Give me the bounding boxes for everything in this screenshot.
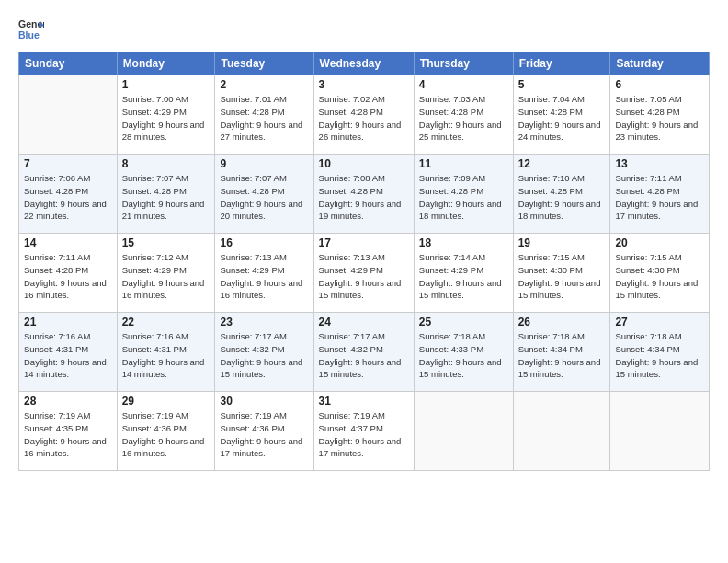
weekday-header-sunday: Sunday <box>19 52 118 75</box>
day-number: 25 <box>419 316 508 328</box>
day-info: Sunrise: 7:03 AMSunset: 4:28 PMDaylight:… <box>419 93 508 144</box>
day-number: 15 <box>122 236 210 249</box>
day-info: Sunrise: 7:16 AMSunset: 4:31 PMDaylight:… <box>122 330 210 381</box>
day-number: 29 <box>122 395 210 408</box>
calendar-cell <box>610 392 710 471</box>
day-number: 5 <box>518 78 606 91</box>
calendar-cell: 5Sunrise: 7:04 AMSunset: 4:28 PMDaylight… <box>513 75 610 155</box>
day-number: 8 <box>122 157 210 170</box>
day-info: Sunrise: 7:14 AMSunset: 4:29 PMDaylight:… <box>419 251 508 302</box>
calendar-page: General Blue SundayMondayTuesdayWednesda… <box>0 0 728 563</box>
weekday-header-wednesday: Wednesday <box>313 52 414 75</box>
calendar-cell: 28Sunrise: 7:19 AMSunset: 4:35 PMDayligh… <box>19 392 118 471</box>
day-number: 11 <box>419 157 508 170</box>
day-number: 9 <box>220 157 308 170</box>
calendar-cell: 1Sunrise: 7:00 AMSunset: 4:29 PMDaylight… <box>117 75 215 155</box>
day-number: 24 <box>319 316 409 328</box>
logo-icon: General Blue <box>18 17 44 42</box>
day-info: Sunrise: 7:18 AMSunset: 4:33 PMDaylight:… <box>419 330 508 381</box>
calendar-cell: 12Sunrise: 7:10 AMSunset: 4:28 PMDayligh… <box>513 155 610 234</box>
weekday-header-monday: Monday <box>117 52 215 75</box>
day-info: Sunrise: 7:12 AMSunset: 4:29 PMDaylight:… <box>122 251 210 302</box>
day-number: 13 <box>615 157 704 170</box>
day-info: Sunrise: 7:02 AMSunset: 4:28 PMDaylight:… <box>319 93 409 144</box>
day-info: Sunrise: 7:10 AMSunset: 4:28 PMDaylight:… <box>518 172 606 223</box>
day-number: 2 <box>220 78 308 91</box>
calendar-cell: 10Sunrise: 7:08 AMSunset: 4:28 PMDayligh… <box>313 155 414 234</box>
calendar-cell: 8Sunrise: 7:07 AMSunset: 4:28 PMDaylight… <box>117 155 215 234</box>
calendar-cell: 17Sunrise: 7:13 AMSunset: 4:29 PMDayligh… <box>313 234 414 313</box>
day-info: Sunrise: 7:06 AMSunset: 4:28 PMDaylight:… <box>24 172 112 223</box>
day-info: Sunrise: 7:19 AMSunset: 4:36 PMDaylight:… <box>220 409 308 460</box>
svg-text:Blue: Blue <box>18 29 40 40</box>
day-number: 20 <box>615 236 704 249</box>
calendar-cell: 23Sunrise: 7:17 AMSunset: 4:32 PMDayligh… <box>215 313 313 392</box>
calendar-cell: 18Sunrise: 7:14 AMSunset: 4:29 PMDayligh… <box>414 234 513 313</box>
day-number: 4 <box>419 78 508 91</box>
week-row-3: 21Sunrise: 7:16 AMSunset: 4:31 PMDayligh… <box>19 313 710 392</box>
day-info: Sunrise: 7:18 AMSunset: 4:34 PMDaylight:… <box>615 330 704 381</box>
day-number: 26 <box>518 316 606 328</box>
calendar-cell: 9Sunrise: 7:07 AMSunset: 4:28 PMDaylight… <box>215 155 313 234</box>
day-info: Sunrise: 7:13 AMSunset: 4:29 PMDaylight:… <box>319 251 409 302</box>
day-number: 7 <box>24 157 112 170</box>
weekday-header-friday: Friday <box>513 52 610 75</box>
day-info: Sunrise: 7:11 AMSunset: 4:28 PMDaylight:… <box>24 251 112 302</box>
calendar-cell: 3Sunrise: 7:02 AMSunset: 4:28 PMDaylight… <box>313 75 414 155</box>
week-row-1: 7Sunrise: 7:06 AMSunset: 4:28 PMDaylight… <box>19 155 710 234</box>
day-number: 3 <box>319 78 409 91</box>
day-number: 6 <box>615 78 704 91</box>
day-info: Sunrise: 7:07 AMSunset: 4:28 PMDaylight:… <box>122 172 210 223</box>
calendar-cell: 6Sunrise: 7:05 AMSunset: 4:28 PMDaylight… <box>610 75 710 155</box>
week-row-4: 28Sunrise: 7:19 AMSunset: 4:35 PMDayligh… <box>19 392 710 471</box>
calendar-cell: 19Sunrise: 7:15 AMSunset: 4:30 PMDayligh… <box>513 234 610 313</box>
calendar-table: SundayMondayTuesdayWednesdayThursdayFrid… <box>18 52 710 471</box>
calendar-cell: 4Sunrise: 7:03 AMSunset: 4:28 PMDaylight… <box>414 75 513 155</box>
day-info: Sunrise: 7:17 AMSunset: 4:32 PMDaylight:… <box>220 330 308 381</box>
day-info: Sunrise: 7:18 AMSunset: 4:34 PMDaylight:… <box>518 330 606 381</box>
day-info: Sunrise: 7:13 AMSunset: 4:29 PMDaylight:… <box>220 251 308 302</box>
day-info: Sunrise: 7:11 AMSunset: 4:28 PMDaylight:… <box>615 172 704 223</box>
day-number: 31 <box>319 395 409 408</box>
calendar-cell: 7Sunrise: 7:06 AMSunset: 4:28 PMDaylight… <box>19 155 118 234</box>
day-number: 1 <box>122 78 210 91</box>
calendar-cell: 24Sunrise: 7:17 AMSunset: 4:32 PMDayligh… <box>313 313 414 392</box>
calendar-cell: 25Sunrise: 7:18 AMSunset: 4:33 PMDayligh… <box>414 313 513 392</box>
week-row-0: 1Sunrise: 7:00 AMSunset: 4:29 PMDaylight… <box>19 75 710 155</box>
day-number: 14 <box>24 236 112 249</box>
calendar-cell <box>414 392 513 471</box>
day-number: 19 <box>518 236 606 249</box>
logo: General Blue <box>18 17 44 42</box>
calendar-cell: 30Sunrise: 7:19 AMSunset: 4:36 PMDayligh… <box>215 392 313 471</box>
day-number: 21 <box>24 316 112 328</box>
day-info: Sunrise: 7:19 AMSunset: 4:36 PMDaylight:… <box>122 409 210 460</box>
calendar-cell: 14Sunrise: 7:11 AMSunset: 4:28 PMDayligh… <box>19 234 118 313</box>
day-number: 17 <box>319 236 409 249</box>
day-info: Sunrise: 7:04 AMSunset: 4:28 PMDaylight:… <box>518 93 606 144</box>
day-info: Sunrise: 7:15 AMSunset: 4:30 PMDaylight:… <box>518 251 606 302</box>
day-info: Sunrise: 7:16 AMSunset: 4:31 PMDaylight:… <box>24 330 112 381</box>
day-info: Sunrise: 7:01 AMSunset: 4:28 PMDaylight:… <box>220 93 308 144</box>
calendar-cell: 26Sunrise: 7:18 AMSunset: 4:34 PMDayligh… <box>513 313 610 392</box>
calendar-cell: 22Sunrise: 7:16 AMSunset: 4:31 PMDayligh… <box>117 313 215 392</box>
week-row-2: 14Sunrise: 7:11 AMSunset: 4:28 PMDayligh… <box>19 234 710 313</box>
calendar-cell: 27Sunrise: 7:18 AMSunset: 4:34 PMDayligh… <box>610 313 710 392</box>
day-number: 12 <box>518 157 606 170</box>
calendar-cell <box>19 75 118 155</box>
day-info: Sunrise: 7:00 AMSunset: 4:29 PMDaylight:… <box>122 93 210 144</box>
calendar-cell <box>513 392 610 471</box>
day-number: 27 <box>615 316 704 328</box>
day-info: Sunrise: 7:07 AMSunset: 4:28 PMDaylight:… <box>220 172 308 223</box>
day-info: Sunrise: 7:19 AMSunset: 4:37 PMDaylight:… <box>319 409 409 460</box>
weekday-header-row: SundayMondayTuesdayWednesdayThursdayFrid… <box>19 52 710 75</box>
day-number: 30 <box>220 395 308 408</box>
calendar-cell: 16Sunrise: 7:13 AMSunset: 4:29 PMDayligh… <box>215 234 313 313</box>
calendar-cell: 31Sunrise: 7:19 AMSunset: 4:37 PMDayligh… <box>313 392 414 471</box>
calendar-cell: 2Sunrise: 7:01 AMSunset: 4:28 PMDaylight… <box>215 75 313 155</box>
weekday-header-saturday: Saturday <box>610 52 710 75</box>
calendar-cell: 13Sunrise: 7:11 AMSunset: 4:28 PMDayligh… <box>610 155 710 234</box>
day-number: 23 <box>220 316 308 328</box>
weekday-header-tuesday: Tuesday <box>215 52 313 75</box>
calendar-cell: 20Sunrise: 7:15 AMSunset: 4:30 PMDayligh… <box>610 234 710 313</box>
header: General Blue <box>18 17 710 42</box>
